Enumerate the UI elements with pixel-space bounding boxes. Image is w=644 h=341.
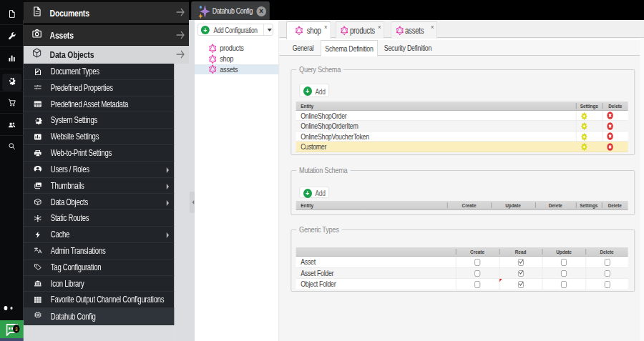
svg-text:3: 3	[15, 325, 18, 332]
